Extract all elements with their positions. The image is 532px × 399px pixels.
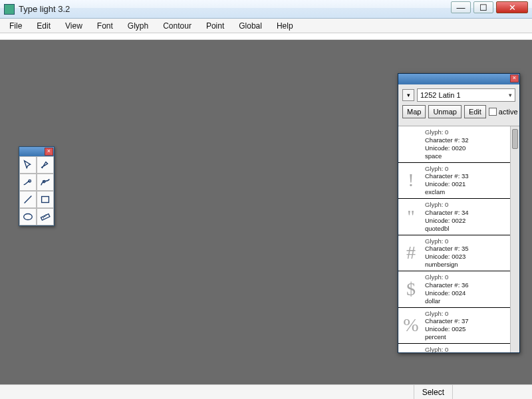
glyph-row[interactable]: %Glyph: 0Character #: 37Unicode: 0025per… — [398, 308, 510, 344]
glyph-symbol: & — [398, 344, 424, 352]
tool-pen[interactable] — [37, 156, 54, 174]
window-title: Type light 3.2 — [19, 4, 451, 14]
glyph-name: quotedbl — [425, 225, 509, 233]
encoding-value: 1252 Latin 1 — [420, 91, 461, 99]
scrollbar-thumb[interactable] — [512, 129, 518, 149]
glyph-info: Glyph: 0Character #: 35Unicode: 0023numb… — [424, 235, 510, 271]
glyph-id: Glyph: 0 — [425, 273, 509, 281]
menubar: File Edit View Font Glyph Contour Point … — [0, 19, 532, 33]
glyph-info: Glyph: 0Character #: 32Unicode: 0020spac… — [424, 126, 510, 162]
glyph-id: Glyph: 0 — [425, 165, 509, 173]
minimize-button[interactable]: — — [451, 1, 471, 13]
toolstrip — [0, 33, 532, 40]
menu-help[interactable]: Help — [271, 20, 299, 32]
glyph-row[interactable]: #Glyph: 0Character #: 35Unicode: 0023num… — [398, 235, 510, 272]
glyph-symbol — [398, 126, 424, 162]
glyph-info: Glyph: 0Character #: 37Unicode: 0025perc… — [424, 308, 510, 344]
tool-corner-node[interactable] — [19, 174, 37, 191]
glyph-id: Glyph: 0 — [425, 346, 509, 352]
glyph-symbol: " — [398, 199, 424, 235]
glyph-panel-close-icon[interactable]: × — [510, 74, 519, 82]
scrollbar[interactable] — [510, 126, 519, 352]
tool-grid — [19, 156, 54, 225]
glyph-char: Character #: 33 — [425, 172, 509, 180]
glyph-row[interactable]: !Glyph: 0Character #: 33Unicode: 0021exc… — [398, 163, 510, 200]
checkbox-icon — [489, 108, 497, 116]
glyph-id: Glyph: 0 — [425, 237, 509, 245]
glyph-name: space — [425, 152, 509, 160]
glyph-name: exclam — [425, 188, 509, 196]
svg-rect-2 — [42, 197, 49, 203]
tool-rectangle[interactable] — [37, 191, 54, 208]
glyph-char: Character #: 36 — [425, 281, 509, 289]
glyph-info: Glyph: 0Character #: 34Unicode: 0022quot… — [424, 199, 510, 235]
menu-edit[interactable]: Edit — [31, 20, 56, 32]
glyph-id: Glyph: 0 — [425, 128, 509, 136]
menu-font[interactable]: Font — [92, 20, 118, 32]
status-mode: Select — [414, 385, 452, 399]
glyph-panel-controls: ▾ 1252 Latin 1 Map Unmap Edit active — [398, 84, 519, 126]
palette-close-icon[interactable]: × — [45, 148, 53, 156]
glyph-info: Glyph: 0Character #: 33Unicode: 0021excl… — [424, 163, 510, 199]
glyph-char: Character #: 37 — [425, 317, 509, 325]
menu-file[interactable]: File — [4, 20, 27, 32]
glyph-name: numbersign — [425, 261, 509, 269]
glyph-char: Character #: 32 — [425, 136, 509, 144]
tool-ellipse[interactable] — [19, 208, 37, 225]
glyph-char: Character #: 35 — [425, 245, 509, 253]
glyph-info: Glyph: 0Character #: 38Unicode: 0026ampe… — [424, 344, 510, 352]
encoding-select[interactable]: 1252 Latin 1 — [417, 88, 515, 102]
glyph-char: Character #: 34 — [425, 209, 509, 217]
unmap-button[interactable]: Unmap — [428, 105, 461, 118]
svg-point-3 — [24, 214, 33, 220]
status-spacer — [452, 385, 532, 399]
glyph-unicode: Unicode: 0021 — [425, 180, 509, 188]
active-label: active — [499, 108, 518, 116]
glyph-row[interactable]: &Glyph: 0Character #: 38Unicode: 0026amp… — [398, 344, 510, 352]
app-icon — [4, 4, 15, 15]
menu-contour[interactable]: Contour — [158, 20, 197, 32]
glyph-id: Glyph: 0 — [425, 201, 509, 209]
glyph-unicode: Unicode: 0022 — [425, 217, 509, 225]
glyph-unicode: Unicode: 0025 — [425, 325, 509, 333]
tool-line[interactable] — [19, 191, 37, 208]
glyph-info: Glyph: 0Character #: 36Unicode: 0024doll… — [424, 271, 510, 307]
edit-button[interactable]: Edit — [464, 105, 486, 118]
glyph-panel[interactable]: × ▾ 1252 Latin 1 Map Unmap Edit active G… — [398, 73, 520, 353]
glyph-symbol: $ — [398, 271, 424, 307]
palette-titlebar[interactable]: × — [19, 147, 54, 156]
encoding-prev-button[interactable]: ▾ — [402, 89, 414, 101]
tool-ruler[interactable] — [37, 208, 54, 225]
titlebar: Type light 3.2 — ☐ ✕ — [0, 0, 532, 19]
menu-point[interactable]: Point — [201, 20, 229, 32]
glyph-unicode: Unicode: 0023 — [425, 253, 509, 261]
glyph-name: percent — [425, 333, 509, 341]
glyph-symbol: % — [398, 308, 424, 344]
glyph-symbol: ! — [398, 163, 424, 199]
menu-global[interactable]: Global — [233, 20, 267, 32]
glyph-unicode: Unicode: 0020 — [425, 144, 509, 152]
glyph-row[interactable]: $Glyph: 0Character #: 36Unicode: 0024dol… — [398, 271, 510, 308]
menu-view[interactable]: View — [60, 20, 88, 32]
glyph-symbol: # — [398, 235, 424, 271]
close-button[interactable]: ✕ — [496, 1, 528, 13]
workspace: × × ▾ 1252 Latin 1 Map Unmap Edit — [0, 40, 532, 384]
svg-rect-4 — [41, 214, 50, 220]
statusbar: Select — [0, 384, 532, 399]
svg-point-0 — [29, 180, 31, 182]
menu-glyph[interactable]: Glyph — [122, 20, 154, 32]
glyph-unicode: Unicode: 0024 — [425, 289, 509, 297]
glyph-name: dollar — [425, 297, 509, 305]
glyph-row[interactable]: "Glyph: 0Character #: 34Unicode: 0022quo… — [398, 199, 510, 235]
tool-palette[interactable]: × — [19, 146, 55, 226]
glyph-panel-titlebar[interactable]: × — [398, 74, 519, 84]
tool-curve-node[interactable] — [37, 174, 54, 191]
maximize-button[interactable]: ☐ — [473, 1, 493, 13]
tool-pointer[interactable] — [19, 156, 37, 174]
glyph-id: Glyph: 0 — [425, 310, 509, 318]
glyph-row[interactable]: Glyph: 0Character #: 32Unicode: 0020spac… — [398, 126, 510, 163]
active-checkbox[interactable]: active — [489, 108, 518, 116]
map-button[interactable]: Map — [402, 105, 426, 118]
window-buttons: — ☐ ✕ — [451, 0, 532, 18]
glyph-list[interactable]: Glyph: 0Character #: 32Unicode: 0020spac… — [398, 126, 519, 352]
